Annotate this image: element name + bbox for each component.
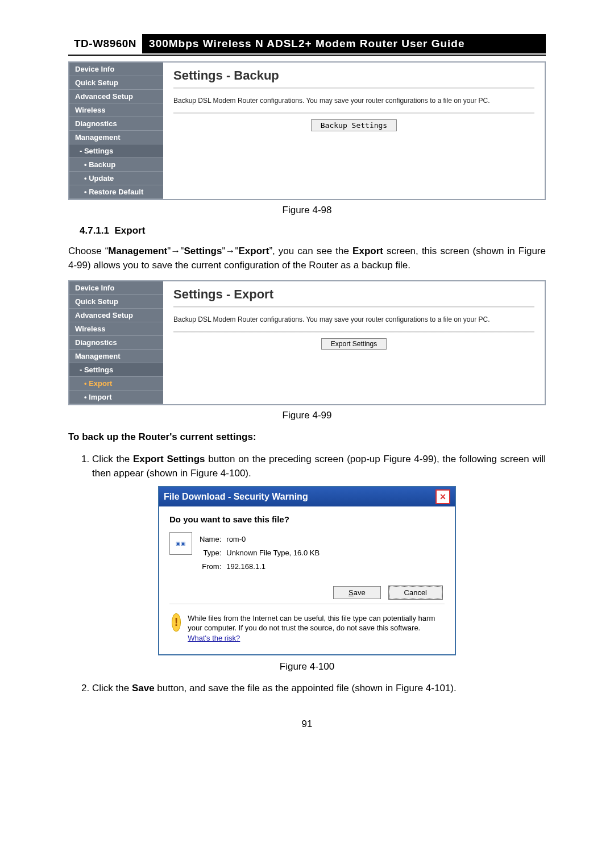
divider bbox=[173, 331, 534, 333]
sidebar-item-update[interactable]: • Update bbox=[69, 172, 163, 185]
file-download-dialog: File Download - Security Warning × Do yo… bbox=[158, 486, 456, 655]
section-heading: 4.7.1.1 Export bbox=[80, 225, 546, 236]
sidebar-item-import[interactable]: • Import bbox=[69, 391, 163, 404]
page-number: 91 bbox=[68, 719, 546, 730]
divider bbox=[169, 604, 445, 604]
file-icon: ▣▣ bbox=[169, 532, 192, 555]
figure-caption: Figure 4-98 bbox=[68, 205, 546, 216]
figure-backup: Device Info Quick Setup Advanced Setup W… bbox=[68, 61, 546, 200]
sidebar-item[interactable]: Wireless bbox=[69, 322, 163, 336]
sidebar-item-settings[interactable]: - Settings bbox=[69, 144, 163, 158]
sidebar-item[interactable]: Management bbox=[69, 131, 163, 144]
step-2: Click the Save button, and save the file… bbox=[92, 682, 546, 696]
sidebar-item[interactable]: Advanced Setup bbox=[69, 90, 163, 103]
sidebar-item[interactable]: Wireless bbox=[69, 103, 163, 117]
backup-steps-heading: To back up the Router's current settings… bbox=[68, 430, 546, 445]
divider bbox=[173, 88, 534, 89]
panel-desc: Backup DSL Modem Router configurations. … bbox=[173, 97, 534, 105]
sidebar-item-restore[interactable]: • Restore Default bbox=[69, 185, 163, 199]
sidebar-item[interactable]: Device Info bbox=[69, 63, 163, 76]
sidebar-item[interactable]: Diagnostics bbox=[69, 336, 163, 350]
guide-title: 300Mbps Wireless N ADSL2+ Modem Router U… bbox=[142, 34, 546, 53]
page-header: TD-W8960N 300Mbps Wireless N ADSL2+ Mode… bbox=[68, 34, 546, 56]
panel-title: Settings - Export bbox=[173, 287, 534, 302]
dialog-question: Do you want to save this file? bbox=[169, 514, 445, 524]
figure-caption: Figure 4-100 bbox=[68, 661, 546, 672]
sidebar-item[interactable]: Quick Setup bbox=[69, 76, 163, 90]
divider bbox=[173, 113, 534, 114]
sidebar-item-backup[interactable]: • Backup bbox=[69, 158, 163, 172]
panel-title: Settings - Backup bbox=[173, 68, 534, 83]
product-model: TD-W8960N bbox=[68, 34, 142, 53]
router-sidebar: Device Info Quick Setup Advanced Setup W… bbox=[69, 281, 163, 404]
divider bbox=[173, 306, 534, 308]
sidebar-item[interactable]: Advanced Setup bbox=[69, 309, 163, 322]
sidebar-item[interactable]: Diagnostics bbox=[69, 117, 163, 131]
sidebar-item[interactable]: Management bbox=[69, 350, 163, 363]
dialog-title: File Download - Security Warning bbox=[164, 492, 308, 502]
warning-text: While files from the Internet can be use… bbox=[188, 613, 442, 643]
save-button[interactable]: Save bbox=[333, 586, 381, 599]
whats-the-risk-link[interactable]: What's the risk? bbox=[188, 634, 240, 642]
router-sidebar: Device Info Quick Setup Advanced Setup W… bbox=[69, 63, 163, 199]
export-settings-button[interactable]: Export Settings bbox=[321, 338, 387, 350]
section-paragraph: Choose “Management"→"Settings"→"Export”,… bbox=[68, 244, 546, 272]
sidebar-item-settings[interactable]: - Settings bbox=[69, 363, 163, 377]
cancel-button[interactable]: Cancel bbox=[389, 586, 442, 599]
backup-settings-button[interactable]: Backup Settings bbox=[311, 119, 397, 131]
close-icon[interactable]: × bbox=[435, 489, 450, 504]
file-info: Name:rom-0 Type:Unknown File Type, 16.0 … bbox=[198, 532, 321, 574]
figure-caption: Figure 4-99 bbox=[68, 410, 546, 421]
figure-export: Device Info Quick Setup Advanced Setup W… bbox=[68, 280, 546, 405]
step-1: Click the Export Settings button on the … bbox=[92, 452, 546, 480]
sidebar-item-export[interactable]: • Export bbox=[69, 377, 163, 391]
sidebar-item[interactable]: Quick Setup bbox=[69, 295, 163, 309]
sidebar-item[interactable]: Device Info bbox=[69, 281, 163, 295]
panel-desc: Backup DSL Modem Router configurations. … bbox=[173, 315, 534, 323]
warning-icon: ! bbox=[172, 613, 181, 632]
